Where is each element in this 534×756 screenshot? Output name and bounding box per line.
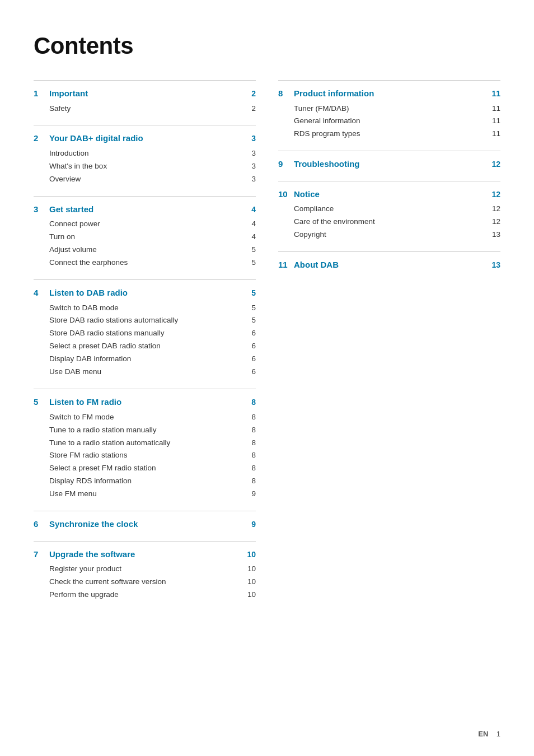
section-header-4: 4Listen to DAB radio5 bbox=[34, 287, 256, 300]
sub-item-text: Check the current software version bbox=[49, 576, 166, 589]
sub-item-page: 4 bbox=[245, 231, 256, 244]
toc-section-2: 2Your DAB+ digital radio3Introduction3Wh… bbox=[34, 125, 256, 185]
sub-item-page: 6 bbox=[245, 327, 256, 340]
section-header-11: 11About DAB13 bbox=[278, 259, 500, 272]
sub-item-page: 3 bbox=[245, 147, 256, 160]
list-item: Overview3 bbox=[34, 173, 256, 186]
sub-item-page: 11 bbox=[489, 115, 500, 128]
section-page-3: 4 bbox=[251, 204, 256, 216]
toc-section-10: 10Notice12Compliance12Care of the enviro… bbox=[278, 181, 500, 241]
section-page-11: 13 bbox=[491, 259, 500, 271]
sub-item-page: 2 bbox=[245, 102, 256, 115]
sub-item-text: Connect the earphones bbox=[49, 256, 128, 269]
list-item: Perform the upgrade10 bbox=[34, 589, 256, 601]
toc-section-6: 6Synchronize the clock9 bbox=[34, 511, 256, 531]
section-page-5: 8 bbox=[251, 396, 256, 408]
section-header-1: 1Important2 bbox=[34, 87, 256, 100]
sub-item-text: Display RDS information bbox=[49, 475, 132, 488]
list-item: Care of the environment12 bbox=[278, 216, 500, 228]
section-number-11: 11 bbox=[278, 259, 288, 272]
section-page-9: 12 bbox=[491, 158, 500, 170]
list-item: Store DAB radio stations manually6 bbox=[34, 327, 256, 340]
section-title-1: Important bbox=[49, 87, 88, 100]
list-item: RDS program types11 bbox=[278, 128, 500, 141]
section-number-9: 9 bbox=[278, 158, 288, 171]
sub-item-page: 12 bbox=[489, 216, 500, 228]
sub-item-page: 5 bbox=[245, 244, 256, 256]
section-title-6: Synchronize the clock bbox=[49, 518, 138, 531]
sub-item-text: Connect power bbox=[49, 218, 100, 231]
section-header-3: 3Get started4 bbox=[34, 203, 256, 216]
sub-item-text: Introduction bbox=[49, 147, 89, 160]
section-number-3: 3 bbox=[34, 203, 44, 216]
footer-lang: EN bbox=[478, 730, 488, 738]
list-item: Connect power4 bbox=[34, 218, 256, 231]
section-header-9: 9Troubleshooting12 bbox=[278, 158, 500, 171]
list-item: Select a preset DAB radio station6 bbox=[34, 340, 256, 353]
sub-item-page: 8 bbox=[245, 462, 256, 475]
sub-item-page: 10 bbox=[245, 563, 256, 576]
section-title-11: About DAB bbox=[294, 259, 339, 272]
list-item: Tuner (FM/DAB)11 bbox=[278, 102, 500, 115]
section-header-2: 2Your DAB+ digital radio3 bbox=[34, 132, 256, 145]
toc-section-1: 1Important2Safety2 bbox=[34, 80, 256, 115]
section-header-7: 7Upgrade the software10 bbox=[34, 548, 256, 561]
sub-item-text: Adjust volume bbox=[49, 244, 97, 256]
section-number-1: 1 bbox=[34, 87, 44, 100]
sub-item-text: Tuner (FM/DAB) bbox=[294, 102, 349, 115]
sub-item-page: 6 bbox=[245, 353, 256, 366]
sub-item-page: 8 bbox=[245, 475, 256, 488]
sub-item-page: 11 bbox=[489, 128, 500, 141]
sub-item-text: Perform the upgrade bbox=[49, 589, 119, 601]
sub-item-page: 9 bbox=[245, 488, 256, 501]
section-page-2: 3 bbox=[251, 133, 256, 144]
sub-item-text: Store DAB radio stations manually bbox=[49, 327, 165, 340]
section-header-5: 5Listen to FM radio8 bbox=[34, 396, 256, 409]
section-page-1: 2 bbox=[251, 88, 256, 100]
list-item: Display DAB information6 bbox=[34, 353, 256, 366]
toc-section-3: 3Get started4Connect power4Turn on4Adjus… bbox=[34, 196, 256, 269]
list-item: Use DAB menu6 bbox=[34, 366, 256, 379]
sub-item-text: Overview bbox=[49, 173, 81, 186]
list-item: Turn on4 bbox=[34, 231, 256, 244]
sub-item-page: 10 bbox=[245, 589, 256, 601]
list-item: Adjust volume5 bbox=[34, 244, 256, 256]
section-page-4: 5 bbox=[251, 287, 256, 299]
sub-item-page: 5 bbox=[245, 256, 256, 269]
toc-section-9: 9Troubleshooting12 bbox=[278, 151, 500, 171]
sub-item-page: 8 bbox=[245, 449, 256, 462]
list-item: Use FM menu9 bbox=[34, 488, 256, 501]
section-title-2: Your DAB+ digital radio bbox=[49, 132, 143, 145]
sub-item-page: 8 bbox=[245, 411, 256, 424]
list-item: Tune to a radio station automatically8 bbox=[34, 437, 256, 450]
sub-item-page: 6 bbox=[245, 366, 256, 379]
list-item: Introduction3 bbox=[34, 147, 256, 160]
sub-item-page: 12 bbox=[489, 203, 500, 216]
sub-item-page: 10 bbox=[245, 576, 256, 589]
toc-section-11: 11About DAB13 bbox=[278, 251, 500, 272]
sub-item-page: 3 bbox=[245, 160, 256, 173]
list-item: Tune to a radio station manually8 bbox=[34, 424, 256, 437]
section-number-10: 10 bbox=[278, 188, 288, 201]
sub-item-text: Store FM radio stations bbox=[49, 449, 128, 462]
list-item: Copyright13 bbox=[278, 228, 500, 241]
sub-item-page: 3 bbox=[245, 173, 256, 186]
list-item: Store FM radio stations8 bbox=[34, 449, 256, 462]
sub-item-text: Select a preset FM radio station bbox=[49, 462, 156, 475]
sub-item-text: Turn on bbox=[49, 231, 75, 244]
sub-item-page: 8 bbox=[245, 424, 256, 437]
sub-item-text: Switch to FM mode bbox=[49, 411, 114, 424]
section-title-9: Troubleshooting bbox=[294, 158, 360, 171]
toc-section-5: 5Listen to FM radio8Switch to FM mode8Tu… bbox=[34, 389, 256, 501]
section-number-7: 7 bbox=[34, 548, 44, 561]
sub-item-text: Tune to a radio station automatically bbox=[49, 437, 170, 450]
list-item: General information11 bbox=[278, 115, 500, 128]
sub-item-page: 6 bbox=[245, 340, 256, 353]
sub-item-text: What's in the box bbox=[49, 160, 107, 173]
section-number-5: 5 bbox=[34, 396, 44, 409]
sub-item-page: 11 bbox=[489, 102, 500, 115]
toc-section-8: 8Product information11Tuner (FM/DAB)11Ge… bbox=[278, 80, 500, 141]
list-item: Safety2 bbox=[34, 102, 256, 115]
list-item: Compliance12 bbox=[278, 203, 500, 216]
list-item: Register your product10 bbox=[34, 563, 256, 576]
